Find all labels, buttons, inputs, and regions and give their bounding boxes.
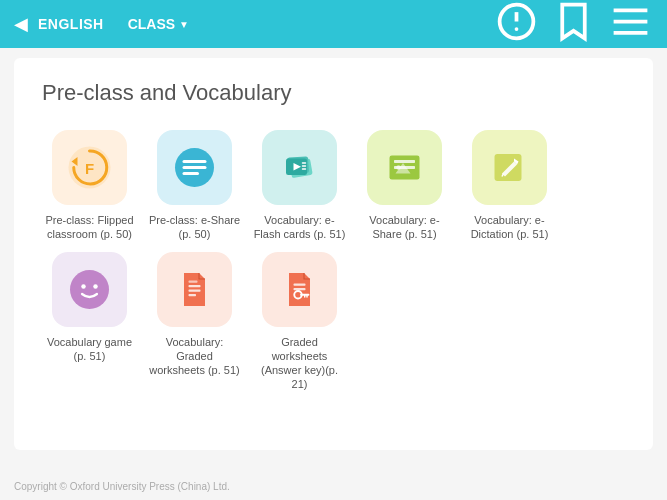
item-vocabgame[interactable]: Vocabulary game (p. 51) bbox=[42, 252, 137, 392]
svg-point-2 bbox=[515, 27, 519, 31]
svg-rect-32 bbox=[294, 283, 306, 285]
svg-rect-31 bbox=[189, 280, 198, 282]
item-flipped[interactable]: F Pre-class: Flipped classroom (p. 50) bbox=[42, 130, 137, 242]
bookmark-icon[interactable] bbox=[551, 0, 596, 49]
svg-rect-10 bbox=[183, 160, 207, 163]
item-eshare-preclass-label: Pre-class: e-Share (p. 50) bbox=[147, 213, 242, 242]
item-flipped-icon: F bbox=[52, 130, 127, 205]
notification-icon[interactable] bbox=[494, 0, 539, 49]
main-content: Pre-class and Vocabulary F Pre-class: Fl… bbox=[14, 58, 653, 450]
app-header: ◀ ENGLISH CLASS ▼ bbox=[0, 0, 667, 48]
svg-rect-29 bbox=[189, 289, 201, 291]
item-graded-ws-label: Vocabulary: Graded worksheets (p. 51) bbox=[147, 335, 242, 378]
svg-rect-33 bbox=[294, 288, 306, 290]
items-grid: F Pre-class: Flipped classroom (p. 50) P… bbox=[42, 130, 625, 392]
item-edictation-icon bbox=[472, 130, 547, 205]
chevron-down-icon: ▼ bbox=[179, 19, 189, 30]
svg-rect-30 bbox=[189, 294, 197, 296]
menu-icon[interactable] bbox=[608, 0, 653, 49]
svg-point-25 bbox=[70, 270, 109, 309]
class-label: CLASS bbox=[128, 16, 175, 32]
item-flipped-label: Pre-class: Flipped classroom (p. 50) bbox=[42, 213, 137, 242]
svg-rect-12 bbox=[183, 172, 200, 175]
language-label: ENGLISH bbox=[38, 16, 104, 32]
item-eflash-icon bbox=[262, 130, 337, 205]
page-title: Pre-class and Vocabulary bbox=[42, 80, 625, 106]
item-eflash[interactable]: Vocabulary: e-Flash cards (p. 51) bbox=[252, 130, 347, 242]
item-graded-ws-answer[interactable]: Graded worksheets (Answer key)(p. 21) bbox=[252, 252, 347, 392]
item-graded-ws-answer-label: Graded worksheets (Answer key)(p. 21) bbox=[252, 335, 347, 392]
item-eflash-label: Vocabulary: e-Flash cards (p. 51) bbox=[252, 213, 347, 242]
svg-rect-18 bbox=[394, 160, 415, 163]
item-vocabgame-icon bbox=[52, 252, 127, 327]
item-edictation[interactable]: Vocabulary: e-Dictation (p. 51) bbox=[462, 130, 557, 242]
item-graded-ws[interactable]: Vocabulary: Graded worksheets (p. 51) bbox=[147, 252, 242, 392]
header-separator bbox=[114, 16, 118, 32]
class-dropdown[interactable]: CLASS ▼ bbox=[128, 16, 189, 32]
svg-rect-11 bbox=[183, 166, 207, 169]
item-vocabgame-label: Vocabulary game (p. 51) bbox=[42, 335, 137, 364]
item-graded-ws-answer-icon bbox=[262, 252, 337, 327]
item-eshare-vocab-label: Vocabulary: e-Share (p. 51) bbox=[357, 213, 452, 242]
header-actions bbox=[494, 0, 653, 49]
item-graded-ws-icon bbox=[157, 252, 232, 327]
copyright-text: Copyright © Oxford University Press (Chi… bbox=[14, 481, 230, 492]
svg-rect-28 bbox=[189, 285, 201, 287]
item-eshare-preclass-icon bbox=[157, 130, 232, 205]
svg-text:F: F bbox=[85, 160, 94, 177]
item-eshare-vocab[interactable]: Vocabulary: e-Share (p. 51) bbox=[357, 130, 452, 242]
footer: Copyright © Oxford University Press (Chi… bbox=[14, 481, 230, 492]
item-eshare-preclass[interactable]: Pre-class: e-Share (p. 50) bbox=[147, 130, 242, 242]
svg-point-27 bbox=[93, 284, 98, 289]
back-button[interactable]: ◀ bbox=[14, 13, 28, 35]
item-edictation-label: Vocabulary: e-Dictation (p. 51) bbox=[462, 213, 557, 242]
item-eshare-vocab-icon bbox=[367, 130, 442, 205]
svg-point-26 bbox=[81, 284, 86, 289]
